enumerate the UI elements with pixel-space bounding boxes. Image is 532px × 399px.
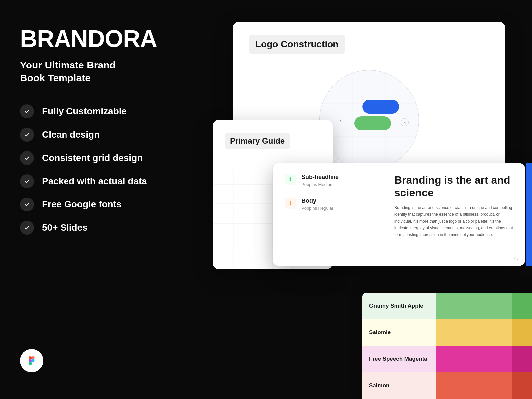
svg-rect-1 <box>29 356 32 359</box>
typo-info-subheadline: Sub-headline Poppins Medium <box>301 174 339 187</box>
color-name-salmon: Salmon <box>362 382 436 389</box>
typo-info-body: Body Poppins Regular <box>301 198 333 211</box>
typo-headline-preview: Branding is the art and science <box>394 174 513 199</box>
logo-construction-title: Logo Construction <box>249 35 345 54</box>
blue-pill <box>362 100 399 114</box>
color-name-magenta: Free Speech Magenta <box>362 356 436 362</box>
x-label-left: x <box>339 118 341 123</box>
check-icon-customizable <box>20 104 34 118</box>
feature-label-actual-data: Packed with actual data <box>42 176 147 187</box>
color-swatch-salmon-main <box>436 372 512 399</box>
feature-item-google-fonts: Free Google fonts <box>20 198 213 211</box>
brand-subtitle: Your Ultimate BrandBook Template <box>20 59 213 84</box>
x-label-right: x <box>401 118 409 126</box>
color-row-salmon: Salmon <box>362 372 532 399</box>
check-icon-clean-design <box>20 128 34 142</box>
color-name-granny: Granny Smith Apple <box>362 303 436 309</box>
feature-label-google-fonts: Free Google fonts <box>42 199 122 210</box>
right-panel: Logo Construction x x <box>213 0 532 399</box>
typo-label-body: Body <box>301 198 333 204</box>
color-swatch-granny-alt <box>512 293 532 319</box>
color-row-salomie: Salomie <box>362 319 532 346</box>
typo-badge-body: t <box>285 198 296 209</box>
primary-guide-title: Primary Guide <box>225 133 290 149</box>
features-list: Fully Customizable Clean design Consiste… <box>20 104 213 235</box>
figma-logo <box>20 349 43 372</box>
svg-rect-2 <box>32 356 34 359</box>
color-row-granny: Granny Smith Apple <box>362 293 532 319</box>
check-icon-google-fonts <box>20 198 34 211</box>
typography-card: t Sub-headline Poppins Medium t Body Pop… <box>273 163 525 266</box>
svg-point-5 <box>32 359 34 362</box>
check-icon-grid-design <box>20 151 34 165</box>
color-row-magenta: Free Speech Magenta <box>362 346 532 372</box>
check-icon-actual-data <box>20 174 34 188</box>
typo-item-body: t Body Poppins Regular <box>285 198 376 211</box>
feature-item-grid-design: Consistent grid design <box>20 151 213 165</box>
blue-accent-bar <box>526 163 532 266</box>
svg-rect-4 <box>29 362 32 365</box>
typo-font-subheadline: Poppins Medium <box>301 182 339 187</box>
color-swatch-magenta-main <box>436 346 512 372</box>
brand-title: BRANDORA <box>20 27 213 51</box>
color-swatches-card: Granny Smith Apple Salomie Free Speech M… <box>362 293 532 399</box>
svg-rect-3 <box>29 359 32 362</box>
typo-body-preview: Branding is the art and science of craft… <box>394 204 513 238</box>
construction-circle: x x <box>319 70 419 170</box>
feature-label-grid-design: Consistent grid design <box>42 153 143 163</box>
green-pill <box>354 116 391 130</box>
feature-item-slides: 50+ Slides <box>20 221 213 235</box>
feature-label-clean-design: Clean design <box>42 129 100 140</box>
typo-label-subheadline: Sub-headline <box>301 174 339 181</box>
typo-font-body: Poppins Regular <box>301 206 333 211</box>
typo-item-subheadline: t Sub-headline Poppins Medium <box>285 174 376 187</box>
color-swatch-salomie-main <box>436 319 512 346</box>
color-swatch-magenta-alt <box>512 346 532 372</box>
typo-badge-subheadline: t <box>285 174 296 185</box>
typography-preview: Branding is the art and science Branding… <box>384 174 513 255</box>
color-swatch-salomie-alt <box>512 319 532 346</box>
feature-item-actual-data: Packed with actual data <box>20 174 213 188</box>
feature-item-customizable: Fully Customizable <box>20 104 213 118</box>
page-number: 48 <box>514 256 519 261</box>
feature-item-clean-design: Clean design <box>20 128 213 142</box>
color-swatch-granny-main <box>436 293 512 319</box>
color-swatch-salmon-alt <box>512 372 532 399</box>
color-name-salomie: Salomie <box>362 329 436 336</box>
check-icon-slides <box>20 221 34 235</box>
left-panel: BRANDORA Your Ultimate BrandBook Templat… <box>20 27 213 235</box>
feature-label-slides: 50+ Slides <box>42 222 88 233</box>
feature-label-customizable: Fully Customizable <box>42 106 127 117</box>
typography-list: t Sub-headline Poppins Medium t Body Pop… <box>285 174 384 255</box>
